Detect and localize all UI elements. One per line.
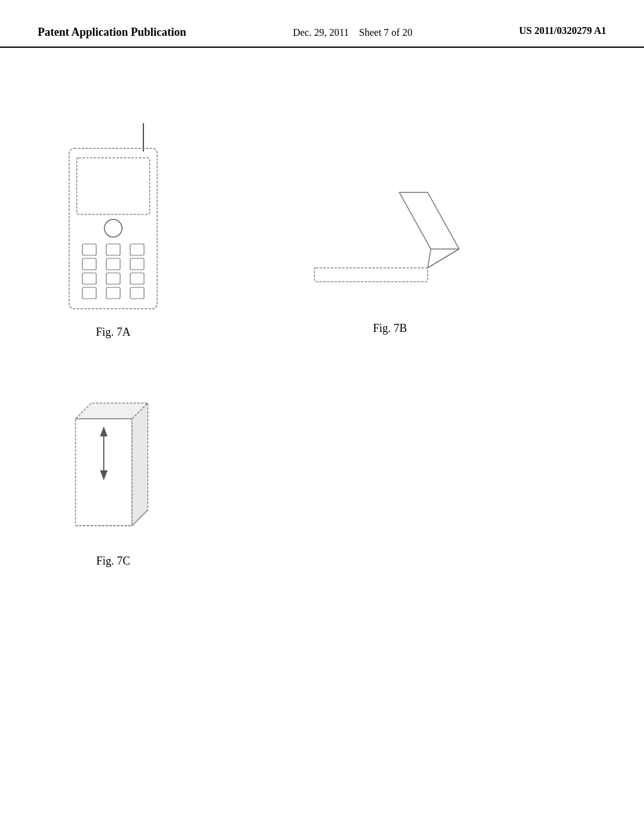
- svg-rect-1: [69, 148, 157, 309]
- svg-rect-16: [314, 268, 428, 282]
- svg-rect-8: [106, 258, 120, 270]
- patent-number: US 2011/0320279 A1: [519, 25, 606, 36]
- fig-7a-label: Fig. 7A: [50, 326, 176, 339]
- svg-point-3: [104, 219, 122, 237]
- svg-rect-13: [82, 287, 96, 299]
- publication-date: Dec. 29, 2011: [293, 27, 349, 38]
- svg-rect-12: [130, 273, 144, 284]
- svg-marker-27: [100, 470, 108, 480]
- publication-title: Patent Application Publication: [38, 25, 186, 40]
- fig-7a-drawing: [50, 123, 176, 318]
- svg-rect-5: [106, 244, 120, 255]
- svg-rect-7: [82, 258, 96, 270]
- fig-7c-drawing: [50, 381, 176, 545]
- svg-rect-11: [106, 273, 120, 284]
- fig-7c-container: Fig. 7C: [50, 381, 176, 568]
- svg-marker-22: [132, 403, 148, 526]
- svg-rect-9: [130, 258, 144, 270]
- fig-7b-drawing: [308, 186, 472, 312]
- svg-rect-2: [77, 158, 150, 214]
- svg-marker-26: [100, 426, 108, 436]
- page-header: Patent Application Publication Dec. 29, …: [0, 0, 644, 48]
- svg-rect-15: [130, 287, 144, 299]
- fig-7c-label: Fig. 7C: [50, 555, 176, 568]
- content-area: Fig. 7A Fig. 7B: [0, 48, 644, 809]
- svg-line-19: [428, 249, 459, 268]
- sheet-info: Sheet 7 of 20: [359, 27, 413, 38]
- date-sheet-info: Dec. 29, 2011 Sheet 7 of 20: [293, 25, 413, 40]
- svg-rect-6: [130, 244, 144, 255]
- svg-marker-17: [399, 192, 459, 249]
- fig-7b-container: Fig. 7B: [308, 186, 472, 335]
- fig-7a-container: Fig. 7A: [50, 123, 176, 339]
- svg-rect-14: [106, 287, 120, 299]
- svg-line-18: [428, 249, 431, 268]
- fig-7b-label: Fig. 7B: [308, 322, 472, 335]
- svg-rect-4: [82, 244, 96, 255]
- svg-rect-10: [82, 273, 96, 284]
